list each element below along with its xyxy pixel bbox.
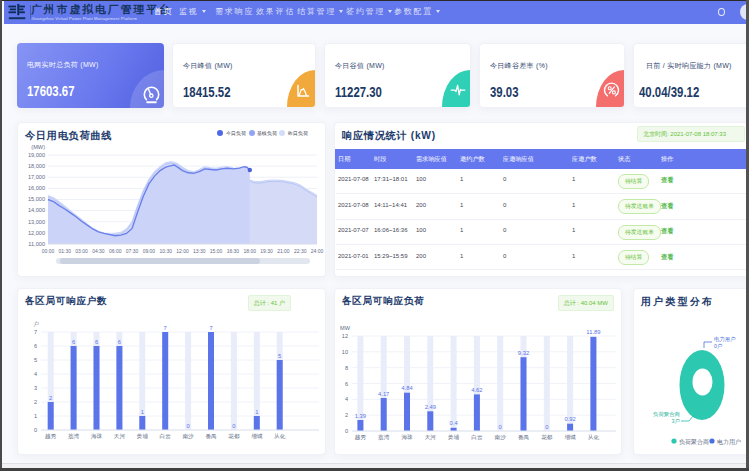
svg-text:16:30: 16:30 xyxy=(227,248,240,254)
svg-text:01:30: 01:30 xyxy=(59,248,72,254)
svg-text:0.92: 0.92 xyxy=(564,416,575,422)
svg-text:增城: 增城 xyxy=(251,433,263,440)
svg-text:04:30: 04:30 xyxy=(92,248,105,254)
svg-text:海珠: 海珠 xyxy=(91,433,103,440)
svg-text:从化: 从化 xyxy=(588,434,600,441)
svg-text:越秀: 越秀 xyxy=(45,433,57,440)
svg-text:越秀: 越秀 xyxy=(355,434,367,441)
svg-text:11.89: 11.89 xyxy=(586,329,600,335)
svg-text:15:00: 15:00 xyxy=(210,248,223,254)
svg-text:8: 8 xyxy=(345,365,348,371)
svg-text:增城: 增城 xyxy=(565,434,577,441)
svg-text:19:30: 19:30 xyxy=(260,248,273,254)
svg-text:24:00: 24:00 xyxy=(311,248,324,254)
svg-text:22:30: 22:30 xyxy=(294,248,307,254)
svg-text:南沙: 南沙 xyxy=(183,433,195,440)
svg-text:1: 1 xyxy=(34,413,37,419)
svg-text:13:30: 13:30 xyxy=(193,248,206,254)
svg-text:负荷聚合商: 负荷聚合商 xyxy=(679,438,709,446)
svg-text:19,000: 19,000 xyxy=(28,152,45,158)
svg-text:1: 1 xyxy=(141,409,144,415)
svg-text:(MW): (MW) xyxy=(31,144,45,150)
svg-text:13,000: 13,000 xyxy=(28,219,45,225)
svg-text:09:00: 09:00 xyxy=(143,248,156,254)
svg-text:6: 6 xyxy=(72,339,75,345)
svg-text:花都: 花都 xyxy=(541,434,553,441)
svg-text:从化: 从化 xyxy=(274,433,286,440)
svg-text:15,000: 15,000 xyxy=(28,196,45,202)
svg-text:花都: 花都 xyxy=(228,433,240,440)
svg-text:7: 7 xyxy=(164,325,167,331)
svg-text:4.84: 4.84 xyxy=(401,385,413,391)
svg-text:番禺: 番禺 xyxy=(518,434,529,441)
svg-text:6: 6 xyxy=(34,343,37,349)
svg-text:0: 0 xyxy=(499,424,502,430)
svg-text:17,000: 17,000 xyxy=(28,174,45,180)
svg-text:负荷聚合商: 负荷聚合商 xyxy=(653,411,681,418)
svg-text:黄埔: 黄埔 xyxy=(447,434,460,440)
svg-text:6: 6 xyxy=(345,381,348,387)
svg-text:电力用户: 电力用户 xyxy=(714,336,736,343)
svg-text:11,000: 11,000 xyxy=(28,241,45,247)
svg-text:7: 7 xyxy=(209,325,212,331)
svg-text:4.62: 4.62 xyxy=(471,387,482,393)
svg-text:21:00: 21:00 xyxy=(277,248,290,254)
svg-text:10:30: 10:30 xyxy=(159,248,172,254)
svg-text:0: 0 xyxy=(34,427,37,433)
svg-text:MW: MW xyxy=(340,325,351,331)
svg-text:0户: 0户 xyxy=(714,343,722,349)
svg-text:电力用户: 电力用户 xyxy=(717,438,741,446)
svg-text:2: 2 xyxy=(345,412,348,418)
svg-text:0: 0 xyxy=(232,423,235,429)
svg-text:3户: 3户 xyxy=(672,418,680,424)
svg-text:5: 5 xyxy=(34,357,37,363)
svg-text:14,000: 14,000 xyxy=(28,207,45,213)
svg-text:户: 户 xyxy=(33,321,39,327)
svg-text:07:30: 07:30 xyxy=(126,248,139,254)
svg-text:12:00: 12:00 xyxy=(176,248,189,254)
svg-text:海珠: 海珠 xyxy=(401,434,413,441)
svg-text:5: 5 xyxy=(278,353,281,359)
svg-text:6: 6 xyxy=(95,339,98,345)
svg-text:0: 0 xyxy=(345,428,348,434)
svg-text:天河: 天河 xyxy=(114,433,126,440)
svg-text:荔湾: 荔湾 xyxy=(68,433,80,440)
svg-text:南沙: 南沙 xyxy=(495,434,507,441)
svg-text:4: 4 xyxy=(34,371,37,377)
svg-text:6: 6 xyxy=(118,339,121,345)
svg-text:0.4: 0.4 xyxy=(450,420,459,426)
svg-text:9.32: 9.32 xyxy=(518,350,529,356)
svg-text:18,000: 18,000 xyxy=(28,163,45,169)
svg-text:白云: 白云 xyxy=(471,434,483,440)
svg-text:4: 4 xyxy=(345,396,348,402)
svg-text:黄埔: 黄埔 xyxy=(136,433,149,439)
svg-text:00:00: 00:00 xyxy=(42,248,55,254)
svg-text:0: 0 xyxy=(186,423,189,429)
svg-text:2: 2 xyxy=(34,399,37,405)
svg-text:天河: 天河 xyxy=(425,434,437,441)
svg-text:荔湾: 荔湾 xyxy=(378,434,390,441)
svg-text:10: 10 xyxy=(342,349,348,355)
svg-text:18:00: 18:00 xyxy=(244,248,257,254)
svg-text:1: 1 xyxy=(255,409,258,415)
svg-text:16,000: 16,000 xyxy=(28,185,45,191)
svg-text:4.17: 4.17 xyxy=(378,391,389,397)
svg-text:1.39: 1.39 xyxy=(355,413,366,419)
svg-text:2.49: 2.49 xyxy=(425,404,436,410)
svg-text:白云: 白云 xyxy=(160,433,172,439)
svg-text:3: 3 xyxy=(34,385,37,391)
svg-text:12: 12 xyxy=(342,333,348,339)
svg-text:0: 0 xyxy=(545,424,548,430)
svg-text:03:00: 03:00 xyxy=(75,248,88,254)
svg-text:番禺: 番禺 xyxy=(205,433,216,440)
svg-text:06:00: 06:00 xyxy=(109,248,122,254)
svg-text:12,000: 12,000 xyxy=(28,230,45,236)
svg-text:2: 2 xyxy=(49,395,52,401)
svg-text:7: 7 xyxy=(34,329,37,335)
